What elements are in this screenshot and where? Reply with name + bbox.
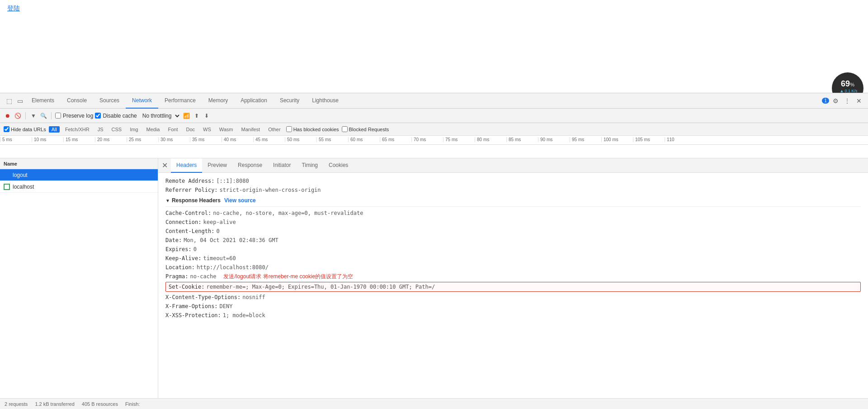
more-icon[interactable]: ⋮ [842,95,853,106]
preserve-log-checkbox[interactable] [55,113,61,119]
disable-cache-label[interactable]: Disable cache [95,113,137,119]
status-resources: 405 B resources [82,401,118,407]
filter-ws[interactable]: WS [200,126,214,133]
mobile-icon[interactable]: ▭ [14,95,25,106]
header-expires: Expires: 0 [165,245,861,254]
header-pragma-container: Pragma: no-cache 发送/logout请求 将remeber-me… [165,272,861,281]
status-bar: 2 requests 1.2 kB transferred 405 B reso… [0,398,868,409]
header-connection: Connection: keep-alive [165,218,861,227]
referrer-policy-value: strict-origin-when-cross-origin [220,187,321,193]
status-transferred: 1.2 kB transferred [35,401,74,407]
network-toolbar: ⏺ 🚫 ▼ 🔍 Preserve log Disable cache No th… [0,109,868,123]
blocked-requests-checkbox[interactable] [342,126,348,132]
export-icon[interactable]: ⬇ [203,112,211,120]
clear-button[interactable]: 🚫 [14,112,22,120]
tab-lighthouse[interactable]: Lighthouse [306,93,345,109]
filter-manifest[interactable]: Manifest [239,126,263,133]
tab-application[interactable]: Application [234,93,274,109]
filter-img[interactable]: Img [127,126,141,133]
filter-font[interactable]: Font [165,126,180,133]
detail-tab-timing[interactable]: Timing [296,158,323,173]
filter-js[interactable]: JS [95,126,106,133]
tick-25ms: 25 ms [127,137,158,142]
timeline: 5 ms 10 ms 15 ms 20 ms 25 ms 30 ms 35 ms… [0,136,868,158]
detail-tab-cookies[interactable]: Cookies [323,158,354,173]
cursor-icon[interactable]: ⬚ [4,95,14,106]
filter-doc[interactable]: Doc [183,126,198,133]
detail-tab-initiator[interactable]: Initiator [268,158,296,173]
tick-80ms: 80 ms [475,137,506,142]
tick-60ms: 60 ms [348,137,380,142]
filter-all[interactable]: All [49,126,60,133]
tick-95ms: 95 ms [570,137,601,142]
referrer-policy-row: Referrer Policy: strict-origin-when-cros… [165,185,861,195]
tick-10ms: 10 ms [32,137,63,142]
filter-css[interactable]: CSS [109,126,125,133]
file-list-header: Name [0,158,158,169]
tick-55ms: 55 ms [316,137,348,142]
devtools-tabs: ⬚ ▭ Elements Console Sources Network Per… [0,93,868,109]
filter-other[interactable]: Other [265,126,283,133]
detail-tab-headers[interactable]: Headers [171,158,202,173]
detail-panel: ✕ Headers Preview Response Initiator Tim… [158,158,868,398]
tab-performance[interactable]: Performance [158,93,202,109]
tab-console[interactable]: Console [61,93,93,109]
status-requests: 2 requests [5,401,28,407]
tab-elements[interactable]: Elements [25,93,61,109]
preserve-log-label[interactable]: Preserve log [55,113,93,119]
tick-65ms: 65 ms [380,137,411,142]
remote-address-row: Remote Address: [::1]:8080 [165,176,861,185]
tick-5ms: 5 ms [0,137,32,142]
filter-media[interactable]: Media [144,126,163,133]
hide-data-urls-label[interactable]: Hide data URLs [4,126,46,132]
page-login-link[interactable]: 登陆 [7,5,20,12]
tick-75ms: 75 ms [443,137,475,142]
detail-tab-response[interactable]: Response [232,158,268,173]
settings-icon[interactable]: ⚙ [830,95,841,106]
blocked-requests-label[interactable]: Blocked Requests [342,126,389,132]
tab-sources[interactable]: Sources [93,93,126,109]
file-item-localhost[interactable]: localhost [0,181,158,193]
remote-address-value: [::1]:8080 [216,178,249,184]
speed-pct-sign: % [850,82,854,87]
filter-wasm[interactable]: Wasm [217,126,236,133]
has-blocked-cookies-checkbox[interactable] [286,126,292,132]
tab-security[interactable]: Security [274,93,306,109]
file-name-localhost: localhost [13,184,34,190]
throttle-select[interactable]: No throttling [139,111,181,120]
header-date: Date: Mon, 04 Oct 2021 02:48:36 GMT [165,236,861,245]
header-keep-alive: Keep-Alive: timeout=60 [165,254,861,263]
tab-memory[interactable]: Memory [202,93,234,109]
view-source-link[interactable]: View source [224,197,256,204]
online-icon[interactable]: 📶 [183,112,191,120]
file-item-logout[interactable]: logout [0,169,158,181]
close-devtools-icon[interactable]: ✕ [854,95,864,106]
header-x-xss-protection: X-XSS-Protection: 1; mode=block [165,311,861,320]
hide-data-urls-checkbox[interactable] [4,126,9,132]
detail-content: Remote Address: [::1]:8080 Referrer Poli… [158,173,868,398]
has-blocked-cookies-label[interactable]: Has blocked cookies [286,126,339,132]
detail-tab-preview[interactable]: Preview [202,158,232,173]
tab-network[interactable]: Network [126,93,158,109]
response-headers-section[interactable]: ▼ Response Headers View source [165,195,861,207]
tick-35ms: 35 ms [190,137,222,142]
status-finish: Finish: [125,401,140,407]
filter-fetch-xhr[interactable]: Fetch/XHR [62,126,92,133]
tick-40ms: 40 ms [222,137,253,142]
tick-105ms: 105 ms [633,137,665,142]
post-icon [4,172,10,178]
section-arrow-icon: ▼ [165,198,170,203]
tick-15ms: 15 ms [63,137,95,142]
import-icon[interactable]: ⬆ [193,112,201,120]
tick-20ms: 20 ms [95,137,127,142]
search-icon[interactable]: 🔍 [39,112,47,120]
filter-icon[interactable]: ▼ [29,112,38,120]
record-button[interactable]: ⏺ [4,112,12,120]
close-detail-button[interactable]: ✕ [160,161,169,170]
detail-tabs: ✕ Headers Preview Response Initiator Tim… [158,158,868,173]
response-headers-title: Response Headers [172,197,221,204]
disable-cache-checkbox[interactable] [95,113,101,119]
header-location: Location: http://localhost:8080/ [165,263,861,272]
get-icon [4,184,10,190]
referrer-policy-key: Referrer Policy: [165,187,218,193]
